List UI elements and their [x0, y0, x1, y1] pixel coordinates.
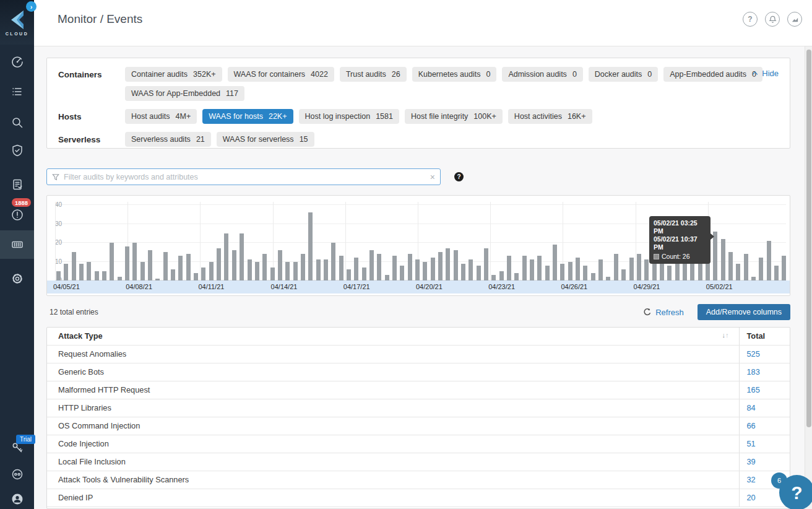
filter-pill[interactable]: Trust audits26: [340, 67, 407, 82]
total-link[interactable]: 183: [747, 367, 760, 376]
chart-bar[interactable]: [148, 250, 152, 281]
sidebar-item-profile[interactable]: [0, 485, 34, 509]
chart-bar[interactable]: [385, 275, 389, 281]
sidebar-item-compliance[interactable]: [0, 170, 34, 199]
total-link[interactable]: 32: [747, 475, 756, 484]
chart-bar[interactable]: [248, 259, 252, 281]
chart-bar[interactable]: [232, 250, 236, 281]
chart-bar[interactable]: [614, 254, 618, 281]
sidebar-item-settings[interactable]: [0, 264, 34, 293]
chart-bar[interactable]: [140, 262, 145, 281]
chart-bar[interactable]: [308, 212, 313, 281]
chart-bar[interactable]: [553, 245, 557, 281]
total-link[interactable]: 525: [747, 349, 760, 359]
bell-icon[interactable]: [765, 12, 780, 27]
chart-bar[interactable]: [431, 258, 435, 281]
scrollbar-thumb[interactable]: [806, 50, 811, 427]
chart-bar[interactable]: [72, 252, 76, 281]
chart-bar[interactable]: [278, 250, 282, 281]
filter-pill[interactable]: Docker audits0: [589, 67, 658, 82]
filter-pill[interactable]: WAAS for hosts22K+: [202, 109, 293, 124]
chart-bar[interactable]: [545, 266, 550, 281]
filter-pill[interactable]: Host audits4M+: [125, 109, 197, 124]
total-link[interactable]: 39: [747, 457, 756, 466]
chart-bar[interactable]: [721, 239, 725, 281]
chart-bar[interactable]: [667, 266, 672, 281]
help-icon[interactable]: ?: [743, 12, 758, 27]
chart-bar[interactable]: [408, 254, 412, 281]
chart-bar[interactable]: [125, 246, 129, 281]
chart-bar[interactable]: [163, 252, 168, 281]
chart-bar[interactable]: [95, 271, 99, 281]
search-help-icon[interactable]: ?: [454, 172, 464, 181]
add-remove-columns-button[interactable]: Add/Remove columns: [698, 304, 790, 320]
column-header-attack-type[interactable]: Attack Type ↓↑: [47, 328, 739, 345]
chart-bar[interactable]: [477, 266, 481, 281]
filter-pill[interactable]: Serverless audits21: [125, 132, 211, 147]
chart-bar[interactable]: [469, 259, 473, 281]
sort-icon[interactable]: ↓↑: [722, 331, 729, 339]
chart-bar[interactable]: [110, 243, 114, 281]
chart-bar[interactable]: [87, 262, 91, 281]
total-link[interactable]: 165: [747, 385, 760, 394]
chart-bar[interactable]: [262, 254, 267, 281]
chart-bar[interactable]: [583, 266, 587, 281]
chart-bar[interactable]: [102, 271, 106, 281]
chart-bar[interactable]: [446, 248, 450, 281]
chart-bar[interactable]: [598, 259, 603, 281]
chart-bar[interactable]: [209, 262, 214, 281]
chart-bar[interactable]: [728, 252, 733, 281]
chart-bar[interactable]: [644, 259, 649, 281]
chart-bar[interactable]: [415, 259, 420, 281]
total-link[interactable]: 84: [747, 403, 756, 412]
filter-pill[interactable]: App-Embedded audits0: [663, 67, 762, 82]
chart-bar[interactable]: [316, 259, 321, 281]
chart-bar[interactable]: [171, 269, 175, 281]
vertical-scrollbar[interactable]: [805, 46, 812, 509]
chart-bar[interactable]: [201, 268, 205, 281]
chart-bar[interactable]: [454, 250, 458, 281]
chart-bar[interactable]: [484, 248, 488, 281]
sidebar-expand-button[interactable]: ›: [26, 1, 37, 12]
chart-bar[interactable]: [347, 269, 351, 281]
chart-bar[interactable]: [767, 241, 771, 281]
chart-bar[interactable]: [782, 256, 786, 281]
total-link[interactable]: 20: [747, 493, 756, 502]
chart-bar[interactable]: [537, 256, 542, 281]
chart-bar[interactable]: [690, 262, 694, 281]
chart-bar[interactable]: [56, 271, 61, 281]
chart-bar[interactable]: [132, 243, 137, 281]
chart-bar[interactable]: [423, 262, 427, 281]
chart-bar[interactable]: [514, 273, 519, 281]
help-fab-button[interactable]: ?: [779, 475, 812, 509]
filter-pill[interactable]: Host activities16K+: [508, 109, 592, 124]
chart-bar[interactable]: [224, 233, 228, 281]
chart-bar[interactable]: [339, 256, 343, 281]
filter-pill[interactable]: Host file integrity100K+: [405, 109, 503, 124]
chart-bar[interactable]: [64, 264, 68, 281]
filter-pill[interactable]: WAAS for serverless15: [217, 132, 314, 147]
chart-bar[interactable]: [354, 258, 358, 281]
chart-bar[interactable]: [217, 248, 221, 281]
sidebar-item-defend[interactable]: [0, 136, 34, 165]
chart-bar[interactable]: [560, 264, 564, 281]
chart-bar[interactable]: [491, 275, 496, 281]
chart-bar[interactable]: [591, 273, 595, 281]
filter-pill[interactable]: Kubernetes audits0: [412, 67, 497, 82]
chart-bar[interactable]: [759, 258, 763, 281]
chart-bar[interactable]: [499, 271, 504, 281]
chart-bar[interactable]: [186, 254, 191, 281]
chart-bar[interactable]: [79, 264, 84, 281]
chart-bar[interactable]: [362, 268, 366, 281]
clear-search-icon[interactable]: ×: [430, 172, 435, 182]
chart-bar[interactable]: [178, 256, 183, 281]
chart-bar[interactable]: [240, 233, 244, 281]
chart-bar[interactable]: [293, 262, 298, 281]
filter-pill[interactable]: Container audits352K+: [125, 67, 222, 82]
chart-bar[interactable]: [461, 264, 465, 281]
filter-pill[interactable]: WAAS for App-Embedded117: [125, 86, 244, 101]
total-link[interactable]: 66: [747, 421, 756, 430]
chart-bar[interactable]: [392, 256, 397, 281]
sidebar-item-monitor-events[interactable]: [0, 230, 34, 259]
filter-pill[interactable]: WAAS for containers4022: [228, 67, 334, 82]
